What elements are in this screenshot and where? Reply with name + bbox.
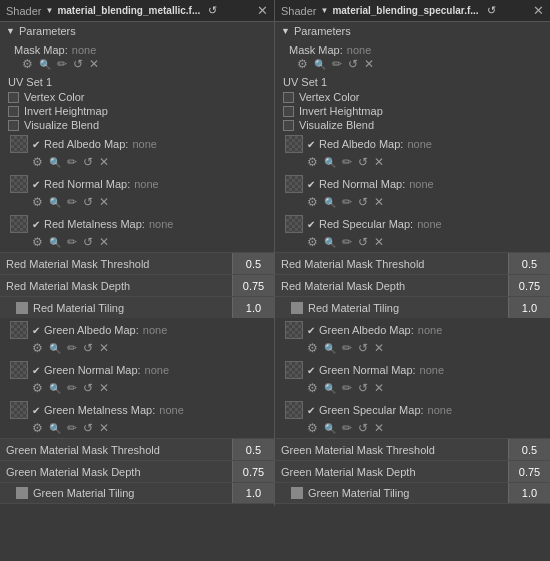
search-icon[interactable]: 🔍	[49, 383, 61, 394]
close-icon[interactable]: ✕	[374, 381, 384, 395]
close-icon[interactable]: ✕	[374, 341, 384, 355]
refresh-icon[interactable]: ↺	[83, 381, 93, 395]
shader-dropdown-icon[interactable]: ▼	[320, 6, 328, 15]
close-icon[interactable]: ✕	[374, 421, 384, 435]
search-icon[interactable]: 🔍	[324, 423, 336, 434]
gear-icon[interactable]: ⚙	[307, 421, 318, 435]
pen-icon[interactable]: ✏	[342, 341, 352, 355]
gear-icon[interactable]: ⚙	[32, 341, 43, 355]
refresh-icon[interactable]: ↺	[358, 421, 368, 435]
param-value[interactable]: 0.75	[232, 461, 274, 482]
vertex-color-checkbox[interactable]	[283, 92, 294, 103]
search-icon[interactable]: 🔍	[49, 197, 61, 208]
close-icon[interactable]: ✕	[364, 57, 374, 71]
visualize-blend-checkbox[interactable]	[283, 120, 294, 131]
pen-icon[interactable]: ✏	[332, 57, 342, 71]
close-icon[interactable]: ✕	[99, 341, 109, 355]
gear-icon[interactable]: ⚙	[307, 195, 318, 209]
gear-icon[interactable]: ⚙	[297, 57, 308, 71]
pen-icon[interactable]: ✏	[342, 421, 352, 435]
param-value[interactable]: 1.0	[232, 483, 274, 503]
param-value[interactable]: 0.5	[232, 253, 274, 274]
close-icon[interactable]: ✕	[99, 235, 109, 249]
search-icon[interactable]: 🔍	[324, 237, 336, 248]
refresh-icon[interactable]: ↺	[83, 155, 93, 169]
gear-icon[interactable]: ⚙	[32, 381, 43, 395]
section-triangle[interactable]: ▼	[281, 26, 290, 36]
pen-icon[interactable]: ✏	[67, 235, 77, 249]
close-button[interactable]: ✕	[257, 4, 268, 17]
pen-icon[interactable]: ✏	[342, 155, 352, 169]
pen-icon[interactable]: ✏	[342, 381, 352, 395]
pen-icon[interactable]: ✏	[67, 195, 77, 209]
map-checkmark: ✔	[307, 219, 315, 230]
gear-icon[interactable]: ⚙	[307, 235, 318, 249]
refresh-icon[interactable]: ↺	[358, 155, 368, 169]
section-header: ▼ Parameters	[0, 22, 274, 40]
gear-icon[interactable]: ⚙	[32, 155, 43, 169]
gear-icon[interactable]: ⚙	[32, 235, 43, 249]
section-triangle[interactable]: ▼	[6, 26, 15, 36]
map-row: ✔Green Normal Map: none	[285, 360, 546, 380]
search-icon[interactable]: 🔍	[39, 59, 51, 70]
param-value[interactable]: 0.5	[508, 253, 550, 274]
shader-dropdown-icon[interactable]: ▼	[45, 6, 53, 15]
refresh-icon[interactable]: ↺	[83, 421, 93, 435]
invert-heightmap-checkbox[interactable]	[283, 106, 294, 117]
refresh-button[interactable]: ↺	[208, 4, 217, 17]
close-icon[interactable]: ✕	[89, 57, 99, 71]
search-icon[interactable]: 🔍	[324, 197, 336, 208]
param-value[interactable]: 0.75	[508, 461, 550, 482]
pen-icon[interactable]: ✏	[342, 195, 352, 209]
refresh-icon[interactable]: ↺	[358, 381, 368, 395]
param-value[interactable]: 0.75	[232, 275, 274, 296]
close-icon[interactable]: ✕	[99, 155, 109, 169]
invert-heightmap-checkbox[interactable]	[8, 106, 19, 117]
gear-icon[interactable]: ⚙	[32, 195, 43, 209]
param-value[interactable]: 0.75	[508, 275, 550, 296]
refresh-icon[interactable]: ↺	[83, 235, 93, 249]
search-icon[interactable]: 🔍	[324, 343, 336, 354]
refresh-icon[interactable]: ↺	[83, 195, 93, 209]
param-value[interactable]: 0.5	[508, 439, 550, 460]
pen-icon[interactable]: ✏	[67, 341, 77, 355]
pen-icon[interactable]: ✏	[342, 235, 352, 249]
search-icon[interactable]: 🔍	[314, 59, 326, 70]
gear-icon[interactable]: ⚙	[307, 341, 318, 355]
refresh-icon[interactable]: ↺	[83, 341, 93, 355]
close-icon[interactable]: ✕	[99, 381, 109, 395]
param-value[interactable]: 0.5	[232, 439, 274, 460]
param-value[interactable]: 1.0	[232, 297, 274, 318]
gear-icon[interactable]: ⚙	[22, 57, 33, 71]
refresh-icon[interactable]: ↺	[358, 341, 368, 355]
pen-icon[interactable]: ✏	[67, 421, 77, 435]
vertex-color-checkbox[interactable]	[8, 92, 19, 103]
gear-icon[interactable]: ⚙	[32, 421, 43, 435]
search-icon[interactable]: 🔍	[324, 383, 336, 394]
map-checkmark: ✔	[32, 365, 40, 376]
search-icon[interactable]: 🔍	[324, 157, 336, 168]
param-value[interactable]: 1.0	[508, 483, 550, 503]
refresh-icon[interactable]: ↺	[358, 235, 368, 249]
close-button[interactable]: ✕	[533, 4, 544, 17]
pen-icon[interactable]: ✏	[67, 155, 77, 169]
refresh-icon[interactable]: ↺	[358, 195, 368, 209]
gear-icon[interactable]: ⚙	[307, 381, 318, 395]
pen-icon[interactable]: ✏	[67, 381, 77, 395]
search-icon[interactable]: 🔍	[49, 423, 61, 434]
close-icon[interactable]: ✕	[99, 195, 109, 209]
refresh-icon[interactable]: ↺	[73, 57, 83, 71]
visualize-blend-checkbox[interactable]	[8, 120, 19, 131]
param-value[interactable]: 1.0	[508, 297, 550, 318]
search-icon[interactable]: 🔍	[49, 237, 61, 248]
search-icon[interactable]: 🔍	[49, 343, 61, 354]
close-icon[interactable]: ✕	[374, 235, 384, 249]
close-icon[interactable]: ✕	[374, 155, 384, 169]
refresh-icon[interactable]: ↺	[348, 57, 358, 71]
pen-icon[interactable]: ✏	[57, 57, 67, 71]
search-icon[interactable]: 🔍	[49, 157, 61, 168]
refresh-button[interactable]: ↺	[487, 4, 496, 17]
gear-icon[interactable]: ⚙	[307, 155, 318, 169]
close-icon[interactable]: ✕	[374, 195, 384, 209]
close-icon[interactable]: ✕	[99, 421, 109, 435]
